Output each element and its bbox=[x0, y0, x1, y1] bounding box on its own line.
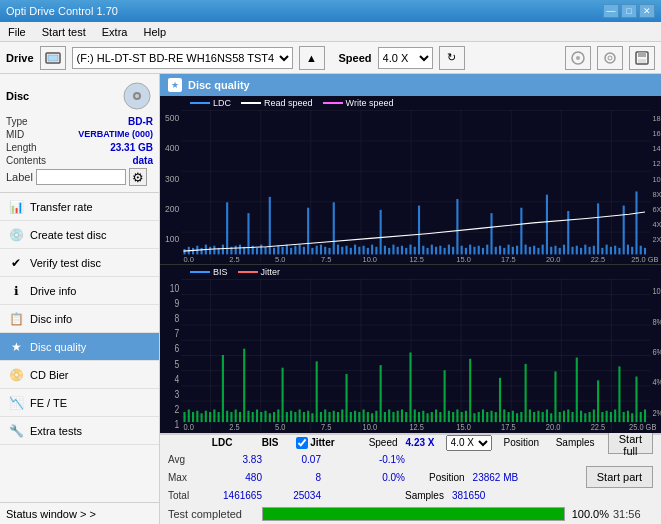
svg-text:25.0 GB: 25.0 GB bbox=[631, 255, 658, 262]
svg-text:2.5: 2.5 bbox=[229, 422, 240, 431]
sidebar-item-create-test-disc[interactable]: 💿 Create test disc bbox=[0, 221, 159, 249]
sidebar-item-disc-info[interactable]: 📋 Disc info bbox=[0, 305, 159, 333]
sidebar-item-cd-bier[interactable]: 📀 CD Bier bbox=[0, 361, 159, 389]
svg-rect-123 bbox=[593, 246, 595, 255]
svg-rect-96 bbox=[478, 246, 480, 255]
start-full-button[interactable]: Start full bbox=[608, 432, 653, 454]
svg-text:2: 2 bbox=[174, 405, 179, 416]
start-part-button[interactable]: Start part bbox=[586, 466, 653, 488]
sidebar-item-fe-te[interactable]: 📉 FE / TE bbox=[0, 389, 159, 417]
svg-text:0.0: 0.0 bbox=[183, 422, 194, 431]
svg-rect-103 bbox=[508, 245, 510, 255]
svg-rect-248 bbox=[546, 409, 548, 422]
menu-file[interactable]: File bbox=[4, 24, 30, 40]
disc-type-row: Type BD-R bbox=[6, 116, 153, 127]
svg-rect-79 bbox=[405, 248, 407, 255]
close-button[interactable]: ✕ bbox=[639, 4, 655, 18]
svg-rect-45 bbox=[260, 245, 262, 255]
speed-select-stats[interactable]: 4.0 X bbox=[446, 435, 492, 451]
svg-rect-247 bbox=[542, 412, 544, 422]
verify-test-disc-icon: ✔ bbox=[8, 255, 24, 271]
menu-extra[interactable]: Extra bbox=[98, 24, 132, 40]
disc-mid-row: MID VERBATIMe (000) bbox=[6, 129, 153, 140]
save-button[interactable] bbox=[629, 46, 655, 70]
svg-text:5: 5 bbox=[174, 359, 179, 370]
svg-rect-221 bbox=[431, 412, 433, 422]
maximize-button[interactable]: □ bbox=[621, 4, 637, 18]
sidebar-item-drive-info[interactable]: ℹ Drive info bbox=[0, 277, 159, 305]
svg-rect-91 bbox=[456, 199, 458, 254]
svg-rect-109 bbox=[533, 246, 535, 255]
svg-rect-203 bbox=[354, 411, 356, 422]
svg-rect-56 bbox=[307, 208, 309, 255]
svg-text:6: 6 bbox=[174, 344, 179, 355]
svg-rect-256 bbox=[580, 411, 582, 422]
svg-text:2.5: 2.5 bbox=[229, 255, 239, 262]
status-window-button[interactable]: Status window > > bbox=[0, 502, 159, 524]
create-test-disc-icon: 💿 bbox=[8, 227, 24, 243]
disc-icon-button[interactable] bbox=[565, 46, 591, 70]
sidebar-item-label: Verify test disc bbox=[30, 257, 101, 269]
svg-rect-258 bbox=[589, 412, 591, 422]
disc-label-edit-button[interactable]: ⚙ bbox=[129, 168, 147, 186]
sidebar-item-extra-tests[interactable]: 🔧 Extra tests bbox=[0, 417, 159, 445]
disc-label-input[interactable] bbox=[36, 169, 126, 185]
nav-menu: 📊 Transfer rate 💿 Create test disc ✔ Ver… bbox=[0, 193, 159, 502]
svg-rect-107 bbox=[525, 245, 527, 255]
svg-text:10.0: 10.0 bbox=[363, 422, 378, 431]
svg-rect-200 bbox=[341, 409, 343, 422]
svg-rect-192 bbox=[307, 411, 309, 422]
menu-start-test[interactable]: Start test bbox=[38, 24, 90, 40]
svg-rect-117 bbox=[567, 211, 569, 254]
svg-text:18X: 18X bbox=[652, 114, 661, 123]
svg-point-5 bbox=[608, 56, 612, 60]
svg-rect-266 bbox=[623, 412, 625, 422]
samples-label: Samples bbox=[405, 490, 444, 501]
svg-rect-50 bbox=[282, 247, 284, 255]
drive-select[interactable]: (F:) HL-DT-ST BD-RE WH16NS58 TST4 bbox=[72, 47, 293, 69]
jitter-checkbox[interactable] bbox=[296, 437, 308, 449]
eject-button[interactable]: ▲ bbox=[299, 46, 325, 70]
svg-rect-252 bbox=[563, 411, 565, 422]
speed-select[interactable]: 4.0 X bbox=[378, 47, 433, 69]
sidebar-item-verify-test-disc[interactable]: ✔ Verify test disc bbox=[0, 249, 159, 277]
svg-rect-114 bbox=[554, 246, 556, 255]
svg-rect-179 bbox=[252, 412, 254, 422]
svg-rect-189 bbox=[294, 412, 296, 422]
svg-rect-197 bbox=[328, 412, 330, 422]
refresh-button[interactable]: ↻ bbox=[439, 46, 465, 70]
sidebar: Disc Type BD-R MID VERBATIMe (000) Lengt… bbox=[0, 74, 160, 524]
scan-button[interactable] bbox=[597, 46, 623, 70]
disc-header: Disc bbox=[6, 80, 153, 112]
svg-rect-172 bbox=[222, 355, 224, 422]
cd-bier-icon: 📀 bbox=[8, 367, 24, 383]
svg-rect-64 bbox=[341, 247, 343, 255]
menubar: File Start test Extra Help bbox=[0, 22, 661, 42]
svg-rect-185 bbox=[277, 409, 279, 422]
drive-icon-button[interactable] bbox=[40, 46, 66, 70]
sidebar-item-transfer-rate[interactable]: 📊 Transfer rate bbox=[0, 193, 159, 221]
sidebar-item-disc-quality[interactable]: ★ Disc quality bbox=[0, 333, 159, 361]
svg-rect-101 bbox=[499, 246, 501, 255]
svg-rect-48 bbox=[273, 248, 275, 255]
svg-rect-59 bbox=[320, 245, 322, 255]
menu-help[interactable]: Help bbox=[139, 24, 170, 40]
svg-rect-55 bbox=[303, 247, 305, 255]
svg-rect-235 bbox=[490, 411, 492, 422]
minimize-button[interactable]: — bbox=[603, 4, 619, 18]
svg-rect-85 bbox=[431, 245, 433, 255]
svg-rect-77 bbox=[397, 247, 399, 255]
svg-rect-169 bbox=[209, 412, 211, 422]
svg-text:4X: 4X bbox=[652, 220, 661, 229]
svg-rect-251 bbox=[559, 412, 561, 422]
svg-rect-34 bbox=[213, 246, 215, 255]
svg-rect-167 bbox=[201, 413, 203, 422]
position-value: 23862 MB bbox=[473, 472, 519, 483]
svg-rect-134 bbox=[640, 246, 642, 255]
svg-rect-122 bbox=[589, 247, 591, 255]
svg-rect-182 bbox=[264, 411, 266, 422]
svg-rect-92 bbox=[461, 246, 463, 255]
svg-rect-193 bbox=[311, 413, 313, 422]
disc-info-icon: 📋 bbox=[8, 311, 24, 327]
svg-rect-166 bbox=[196, 411, 198, 422]
